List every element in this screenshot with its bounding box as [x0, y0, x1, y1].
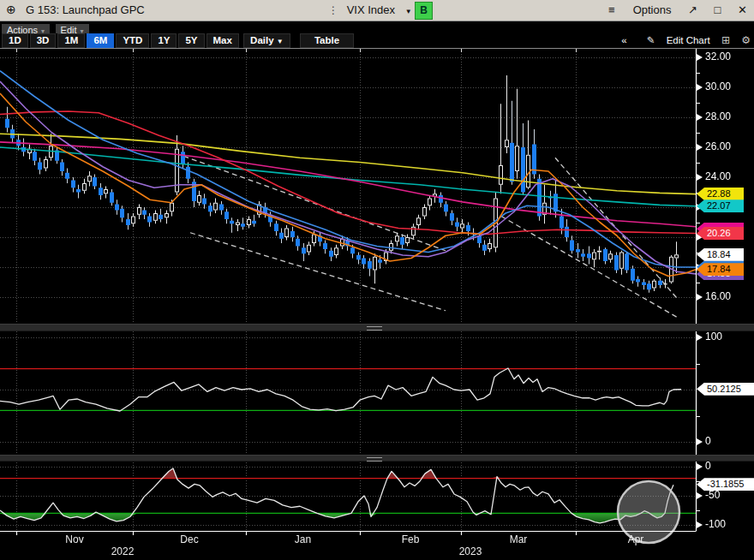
divider-grip[interactable] [367, 457, 382, 462]
range-tab-6m[interactable]: 6M [87, 33, 114, 48]
titlebar: ⊕ G 153: Launchpad GPC ⋮ VIX Index ▼ B ≡… [0, 0, 754, 21]
range-toolbar: 1D3D1M6MYTD1Y5YMax Daily ▼ Table « ✎ Edi… [0, 33, 754, 48]
range-tab-ytd[interactable]: YTD [116, 33, 149, 48]
range-tab-max[interactable]: Max [206, 33, 239, 48]
maximize-icon[interactable]: □ [715, 3, 721, 16]
range-tab-1d[interactable]: 1D [2, 33, 28, 48]
security-selector[interactable]: ⋮ VIX Index ▼ [328, 3, 412, 16]
panel-divider[interactable] [0, 324, 754, 331]
chart-tools: « ✎ Edit Chart ⊞ ⚙ [613, 34, 751, 47]
popout-icon[interactable]: ↗ [688, 3, 697, 16]
period-dropdown[interactable]: Daily ▼ [243, 33, 290, 48]
options-menu[interactable]: ≡Options [595, 3, 671, 16]
chevron-down-icon: ▼ [277, 38, 284, 45]
divider-grip[interactable] [367, 326, 382, 331]
range-tab-3d[interactable]: 3D [30, 33, 57, 48]
table-button[interactable]: Table [300, 33, 354, 48]
range-tab-1m[interactable]: 1M [57, 33, 85, 48]
menu-row: Actions▾ Edit▾ [0, 21, 754, 33]
chevron-down-icon: ▼ [405, 8, 412, 15]
edit-chart-button[interactable]: ✎ Edit Chart [638, 35, 710, 45]
window-title: G 153: Launchpad GPC [26, 3, 145, 16]
security-name: VIX Index [347, 3, 395, 16]
annotate-icon[interactable]: ⊞ [721, 34, 730, 46]
settings-gear-icon[interactable]: ⚙ [741, 34, 751, 46]
pencil-icon: ✎ [647, 35, 655, 45]
close-icon[interactable]: ✕ [738, 3, 747, 16]
hamburger-icon: ≡ [608, 3, 615, 16]
chart-canvas[interactable] [0, 0, 754, 560]
range-tab-5y[interactable]: 5Y [178, 33, 204, 48]
panel-divider[interactable] [0, 455, 754, 462]
bloomberg-chart-window: ⊕ G 153: Launchpad GPC ⋮ VIX Index ▼ B ≡… [0, 0, 754, 560]
drag-dots-icon: ⋮ [328, 4, 338, 16]
range-tab-1y[interactable]: 1Y [151, 33, 177, 48]
window-controls: ≡Options ↗ □ ✕ [581, 3, 747, 16]
panel-letter-badge[interactable]: B [415, 2, 433, 20]
move-icon[interactable]: ⊕ [6, 3, 16, 16]
collapse-icon[interactable]: « [621, 35, 626, 45]
